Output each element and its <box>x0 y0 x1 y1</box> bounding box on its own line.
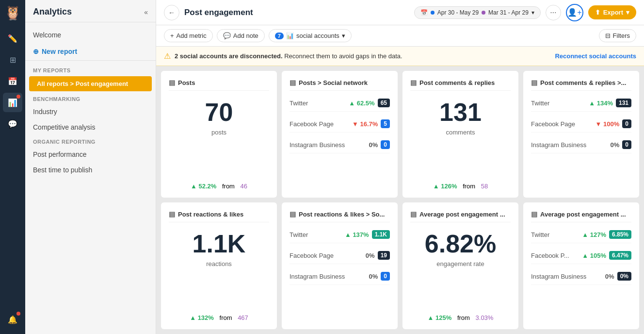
export-icon: ⬆ <box>595 9 600 16</box>
alert-bar: ⚠ 2 social accounts are disconnected. Re… <box>156 47 644 66</box>
social-row: Twitter▲ 127%6.85% <box>531 226 631 243</box>
social-name: Twitter <box>290 100 349 107</box>
filters-label: Filters <box>613 32 630 39</box>
filters-icon: ⊟ <box>605 32 611 39</box>
trend-row: ▲ 126% from 58 <box>410 183 511 190</box>
social-value-badge: 0 <box>381 272 390 281</box>
nav-calendar[interactable]: 📅 <box>3 71 22 91</box>
export-button[interactable]: ⬆ Export ▾ <box>588 5 636 19</box>
filters-button[interactable]: ⊟ Filters <box>599 29 636 42</box>
sidebar-item-post-performance[interactable]: Post performance <box>25 147 156 162</box>
social-value-badge: 19 <box>378 251 390 260</box>
sidebar-content: Welcome ⊕ New report MY REPORTS All repo… <box>25 22 156 183</box>
big-label: reactions <box>169 260 269 267</box>
social-pct: ▲ 134% <box>589 100 613 107</box>
alert-text: Reconnect them to avoid gaps in the data… <box>284 52 402 60</box>
card-icon: ▤ <box>169 79 175 86</box>
social-row: Instagram Business 0%0 <box>290 136 390 153</box>
export-chevron-icon: ▾ <box>626 9 629 16</box>
social-row: Facebook Page▼ 100%0 <box>531 116 631 133</box>
social-name: Facebook Page <box>531 120 596 128</box>
social-row: Facebook Page▼ 16.7%5 <box>290 116 390 133</box>
trend-pct: ▲ 132% <box>190 314 214 321</box>
sidebar: Analytics « Welcome ⊕ New report MY REPO… <box>25 0 156 334</box>
card-icon: ▤ <box>410 79 417 86</box>
nav-analytics[interactable]: 📊 <box>3 93 22 112</box>
social-value-badge: 65 <box>378 99 390 107</box>
social-name: Instagram Business <box>531 141 611 149</box>
social-pct: ▲ 137% <box>345 231 369 238</box>
sidebar-item-best-time[interactable]: Best time to publish <box>25 162 156 178</box>
social-value-badge: 6.47% <box>609 251 631 260</box>
metrics-grid: ▤Posts70posts▲ 52.2% from 46▤Posts > Soc… <box>156 66 644 334</box>
add-metric-button[interactable]: + Add metric <box>164 29 213 42</box>
metric-card-post-comments-replies-network: ▤Post comments & replies >...Twitter▲ 13… <box>523 71 639 198</box>
sidebar-welcome[interactable]: Welcome <box>25 27 156 43</box>
social-pct: ▲ 62.5% <box>349 100 374 107</box>
card-title: Post reactions & likes > So... <box>299 211 385 218</box>
card-icon: ▤ <box>410 210 417 218</box>
sidebar-item-competitive-analysis[interactable]: Competitive analysis <box>25 119 156 135</box>
alert-message: 2 social accounts are disconnected. Reco… <box>175 52 402 60</box>
social-name: Twitter <box>290 231 345 238</box>
notifications-badge <box>16 312 20 316</box>
nav-notifications[interactable]: 🔔 <box>3 310 22 329</box>
alert-bold: 2 social accounts are disconnected. <box>175 52 283 60</box>
card-title: Average post engagement ... <box>540 211 626 218</box>
big-label: engagement rate <box>410 260 511 267</box>
metric-card-posts-social-network: ▤Posts > Social networkTwitter▲ 62.5%65F… <box>282 71 398 198</box>
trend-compare: 58 <box>481 183 488 190</box>
card-title: Post reactions & likes <box>178 211 243 218</box>
social-chevron-icon: ▾ <box>342 32 345 39</box>
date-range-picker[interactable]: 📅 Apr 30 - May 29 Mar 31 - Apr 29 ▾ <box>414 6 541 19</box>
organic-label: ORGANIC REPORTING <box>25 135 156 147</box>
metric-card-avg-post-engagement: ▤Average post engagement ...6.82%engagem… <box>402 202 518 329</box>
big-number: 131 <box>410 100 511 125</box>
sidebar-item-industry[interactable]: Industry <box>25 104 156 119</box>
card-title: Post comments & replies >... <box>540 79 626 86</box>
left-nav: 🦉 ✏️ ⊞ 📅 📊 💬 🔔 <box>0 0 25 334</box>
metric-card-post-reactions-social: ▤Post reactions & likes > So...Twitter▲ … <box>282 202 398 329</box>
active-report[interactable]: All reports > Post engagement <box>29 76 152 91</box>
add-user-button[interactable]: 👤+ <box>566 4 583 21</box>
trend-row: ▲ 132% from 467 <box>169 314 269 321</box>
sidebar-header: Analytics « <box>25 0 156 22</box>
add-note-button[interactable]: 💬 Add note <box>217 29 265 42</box>
big-number: 70 <box>169 100 269 125</box>
card-title: Post comments & replies <box>419 79 495 86</box>
social-accounts-label: social accounts <box>296 32 339 39</box>
trend-from: from <box>220 314 232 321</box>
big-number: 1.1K <box>169 231 269 256</box>
big-label: posts <box>169 129 269 136</box>
trend-from: from <box>222 183 235 190</box>
export-label: Export <box>603 9 623 16</box>
social-pct: ▼ 16.7% <box>352 120 378 128</box>
back-button[interactable]: ← <box>164 5 179 20</box>
trend-from: from <box>457 314 470 321</box>
big-number: 6.82% <box>410 231 511 256</box>
metric-card-post-reactions-likes: ▤Post reactions & likes1.1Kreactions▲ 13… <box>161 202 277 329</box>
social-row: Facebook P...▲ 105%6.47% <box>531 247 631 264</box>
report-title: Post engagement <box>184 8 409 17</box>
trend-row: ▲ 52.2% from 46 <box>169 183 269 190</box>
social-value-badge: 6.85% <box>609 230 631 239</box>
metric-card-post-comments-replies: ▤Post comments & replies131comments▲ 126… <box>402 71 518 198</box>
reconnect-link[interactable]: Reconnect social accounts <box>555 52 636 60</box>
social-name: Facebook Page <box>290 120 352 128</box>
toolbar: + Add metric 💬 Add note 7 📊 social accou… <box>156 25 644 47</box>
add-note-icon: 💬 <box>223 32 231 39</box>
collapse-button[interactable]: « <box>144 8 148 16</box>
my-reports-label: MY REPORTS <box>25 64 156 75</box>
compare-date-range: Mar 31 - Apr 29 <box>488 9 529 16</box>
social-accounts-button[interactable]: 7 📊 social accounts ▾ <box>269 29 352 42</box>
nav-compose[interactable]: ✏️ <box>3 29 22 48</box>
nav-dashboard[interactable]: ⊞ <box>3 50 22 69</box>
social-name: Instagram Business <box>290 141 369 149</box>
trend-from: from <box>463 183 475 190</box>
social-value-badge: 0 <box>622 140 631 149</box>
add-note-label: Add note <box>233 32 258 39</box>
more-button[interactable]: ··· <box>546 5 561 20</box>
sidebar-new-report[interactable]: ⊕ New report <box>25 43 156 61</box>
trend-compare: 46 <box>241 183 247 190</box>
nav-streams[interactable]: 💬 <box>3 114 22 134</box>
